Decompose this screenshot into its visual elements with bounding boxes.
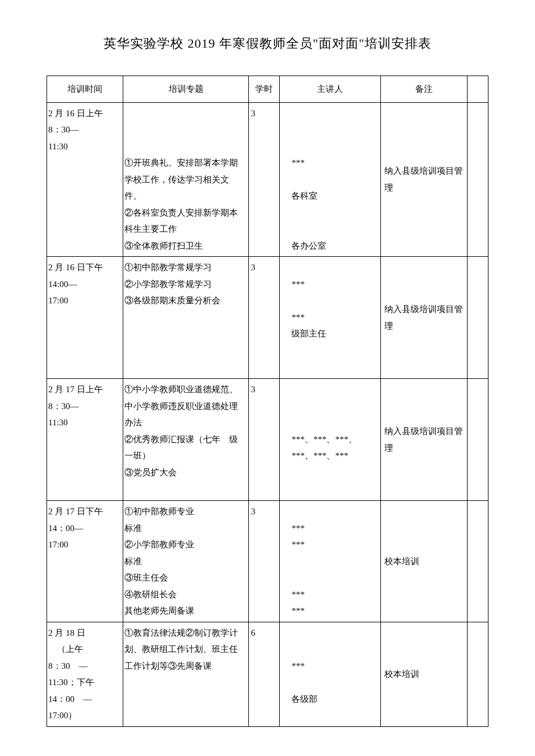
- cell-extra: [468, 257, 488, 379]
- table-row: 2 月 16 日下午 14:00— 17:00 ①初中部教学常规学习 ②小学部教…: [47, 257, 488, 379]
- cell-time: 2 月 16 日下午 14:00— 17:00: [47, 257, 123, 379]
- cell-time: 2 月 17 日下午 14：00— 17:00: [47, 501, 123, 622]
- cell-note: 纳入县级培训项目管理: [380, 102, 467, 257]
- schedule-table: 培训时间 培训专题 学时 主讲人 备注 2 月 16 日上午 8：30— 11:…: [47, 76, 488, 727]
- cell-speaker: ***、***、***、 ***、***、***: [280, 379, 380, 501]
- page-title: 英华实验学校 2019 年寒假教师全员"面对面"培训安排表: [47, 35, 488, 52]
- cell-time: 2 月 18 日 （上午 8：30 — 11:30；下午 14：00 — 17:…: [47, 622, 123, 726]
- header-speaker: 主讲人: [280, 76, 380, 103]
- table-row: 2 月 17 日上午 8：30— 11:30 ①中小学教师职业道德规范、中小学教…: [47, 379, 488, 501]
- cell-note: 校本培训: [380, 501, 467, 622]
- table-row: 2 月 17 日下午 14：00— 17:00 ①初中部教师专业 标准 ②小学部…: [47, 501, 488, 622]
- cell-topic: ①初中部教学常规学习 ②小学部教学常规学习 ③各级部期末质量分析会: [123, 257, 248, 379]
- cell-hours: 3: [248, 379, 280, 501]
- cell-hours: 3: [248, 501, 280, 622]
- cell-time: 2 月 16 日上午 8：30— 11:30: [47, 102, 123, 257]
- cell-extra: [468, 622, 488, 726]
- header-topic: 培训专题: [123, 76, 248, 103]
- cell-speaker: *** *** 级部主任: [280, 257, 380, 379]
- cell-note: 校本培训: [380, 622, 467, 726]
- header-extra: [468, 76, 488, 103]
- cell-note: 纳入县级培训项目管理: [380, 257, 467, 379]
- header-time: 培训时间: [47, 76, 123, 103]
- cell-speaker: *** 各级部: [280, 622, 380, 726]
- table-row: 2 月 18 日 （上午 8：30 — 11:30；下午 14：00 — 17:…: [47, 622, 488, 726]
- cell-topic: ①开班典礼。安排部署本学期学校工作，传达学习相关文件。 ②各科室负责人安排新学期…: [123, 102, 248, 257]
- cell-topic: ①中小学教师职业道德规范、中小学教师违反职业道德处理办法 ②优秀教师汇报课（七年…: [123, 379, 248, 501]
- cell-topic: ①初中部教师专业 标准 ②小学部教师专业 标准 ③班主任会 ④教研组长会 其他老…: [123, 501, 248, 622]
- cell-extra: [468, 379, 488, 501]
- cell-note: 纳入县级培训项目管理: [380, 379, 467, 501]
- cell-extra: [468, 102, 488, 257]
- cell-hours: 3: [248, 102, 280, 257]
- cell-extra: [468, 501, 488, 622]
- cell-topic: ①教育法律法规②制订教学计划、教研组工作计划、班主任工作计划等③先周备课: [123, 622, 248, 726]
- cell-time: 2 月 17 日上午 8：30— 11:30: [47, 379, 123, 501]
- table-header-row: 培训时间 培训专题 学时 主讲人 备注: [47, 76, 488, 103]
- cell-hours: 6: [248, 622, 280, 726]
- cell-speaker: *** *** *** ***: [280, 501, 380, 622]
- table-row: 2 月 16 日上午 8：30— 11:30 ①开班典礼。安排部署本学期学校工作…: [47, 102, 488, 257]
- header-note: 备注: [380, 76, 467, 103]
- header-hours: 学时: [248, 76, 280, 103]
- cell-speaker: *** 各科室 各办公室: [280, 102, 380, 257]
- cell-hours: 3: [248, 257, 280, 379]
